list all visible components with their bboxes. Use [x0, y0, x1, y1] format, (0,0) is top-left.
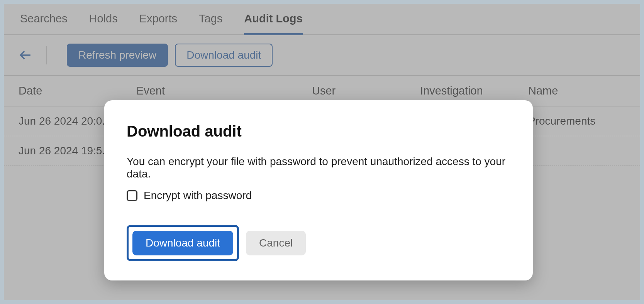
modal-download-button[interactable]: Download audit [132, 231, 233, 255]
cell-name: Procurements [528, 115, 625, 127]
header-investigation: Investigation [420, 84, 528, 97]
tab-holds[interactable]: Holds [89, 12, 118, 34]
download-audit-button[interactable]: Download audit [175, 44, 273, 67]
tabs-bar: Searches Holds Exports Tags Audit Logs [4, 4, 640, 35]
refresh-preview-button[interactable]: Refresh preview [67, 44, 168, 67]
header-user: User [312, 84, 420, 97]
download-audit-modal: Download audit You can encrypt your file… [104, 100, 533, 280]
header-name: Name [528, 84, 625, 97]
modal-description: You can encrypt your file with password … [127, 155, 510, 180]
tab-searches[interactable]: Searches [20, 12, 68, 34]
app-frame: Searches Holds Exports Tags Audit Logs R… [4, 4, 640, 300]
header-event: Event [136, 84, 312, 97]
modal-actions: Download audit Cancel [127, 225, 510, 261]
modal-title: Download audit [127, 123, 510, 140]
cell-name [528, 145, 625, 157]
encrypt-checkbox-row[interactable]: Encrypt with password [127, 189, 510, 202]
arrow-left-icon [19, 49, 32, 62]
back-button[interactable] [19, 48, 32, 62]
download-highlight: Download audit [127, 225, 239, 261]
encrypt-checkbox-label: Encrypt with password [144, 189, 252, 202]
encrypt-checkbox[interactable] [127, 190, 137, 201]
toolbar: Refresh preview Download audit [4, 35, 640, 76]
tab-audit-logs[interactable]: Audit Logs [244, 12, 302, 34]
tab-exports[interactable]: Exports [139, 12, 177, 34]
modal-cancel-button[interactable]: Cancel [246, 231, 306, 255]
header-date: Date [19, 84, 136, 97]
tab-tags[interactable]: Tags [199, 12, 222, 34]
toolbar-divider [46, 46, 47, 64]
